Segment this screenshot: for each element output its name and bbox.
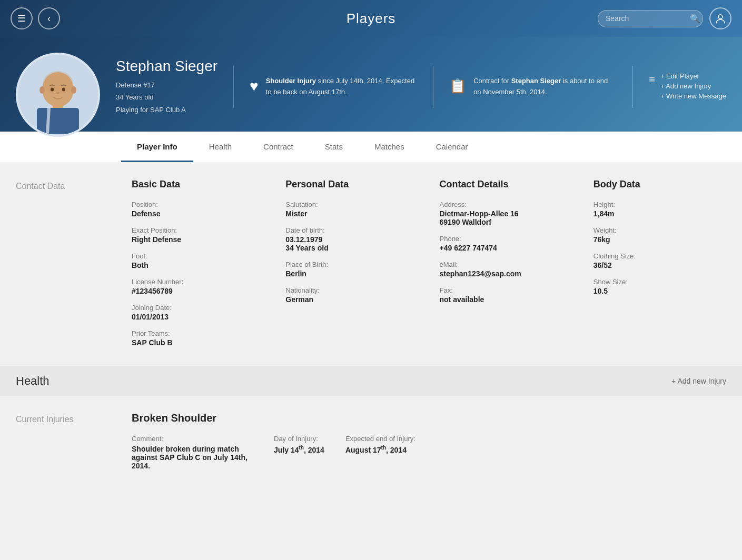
current-injuries-section: Current Injuries Broken Shoulder Comment… — [16, 412, 726, 470]
search-icon: 🔍 — [690, 14, 700, 24]
tab-player-info[interactable]: Player Info — [121, 133, 193, 162]
personal-data-title: Personal Data — [285, 179, 418, 190]
tab-matches[interactable]: Matches — [359, 133, 420, 162]
injury-fields: Comment: Shoulder broken during match ag… — [132, 435, 726, 470]
add-new-injury-button[interactable]: + Add new Injury — [671, 377, 726, 385]
body-data-title: Body Data — [593, 179, 726, 190]
field-weight: Weight: 76kg — [593, 226, 726, 244]
tab-stats[interactable]: Stats — [309, 133, 359, 162]
field-clothing: Clothing Size: 36/52 — [593, 252, 726, 269]
search-input[interactable] — [606, 14, 690, 23]
header-left-controls: ☰ ‹ — [11, 7, 60, 29]
personal-data-column: Personal Data Salutation: Mister Date of… — [285, 179, 418, 355]
field-position: Position: Defense — [132, 201, 264, 218]
field-exact-position: Exact Position: Right Defense — [132, 226, 264, 244]
player-avatar-img — [18, 55, 97, 134]
basic-data-column: Basic Data Position: Defense Exact Posit… — [132, 179, 264, 355]
field-height: Height: 1,84m — [593, 201, 726, 218]
divider-1 — [233, 66, 234, 108]
injury-banner-info: ♥ Shoulder Injury since July 14th, 2014.… — [250, 76, 417, 98]
player-name: Stephan Sieger — [116, 58, 217, 75]
injury-expected-field: Expected end of Injury: August 17th, 201… — [345, 435, 415, 470]
field-nationality: Nationality: German — [285, 286, 418, 304]
divider-2 — [433, 66, 433, 108]
injury-banner-text: Shoulder Injury since July 14th, 2014. E… — [266, 76, 417, 98]
player-banner: Stephan Sieger Defense #17 34 Years old … — [0, 37, 742, 132]
field-address: Address: Dietmar-Hopp-Allee 16 69190 Wal… — [440, 201, 572, 226]
player-club: Playing for SAP Club A — [116, 104, 217, 116]
svg-line-4 — [47, 108, 49, 134]
contract-icon: 📋 — [449, 78, 466, 94]
svg-rect-3 — [37, 108, 79, 134]
basic-data-title: Basic Data — [132, 179, 264, 190]
tab-calendar[interactable]: Calendar — [420, 133, 484, 162]
svg-point-7 — [43, 71, 73, 94]
tabs-nav: Player Info Health Contract Stats Matche… — [0, 132, 742, 163]
header-right-controls: 🔍 — [598, 7, 731, 29]
contact-data-label: Contact Data — [16, 179, 132, 355]
contract-banner-text: Contract for Stephan Sieger is about to … — [473, 76, 617, 98]
actions-panel: ≡ + Edit Player + Add new Injury + Write… — [649, 72, 726, 102]
field-phone: Phone: +49 6227 747474 — [440, 235, 572, 252]
body-data-column: Body Data Height: 1,84m Weight: 76kg Clo… — [593, 179, 726, 355]
menu-button[interactable]: ☰ — [11, 7, 33, 29]
svg-point-8 — [51, 88, 54, 92]
player-avatar — [16, 53, 100, 137]
field-prior-teams: Prior Teams: SAP Club B — [132, 329, 264, 347]
field-email: eMail: stephan1234@sap.com — [440, 261, 572, 278]
injury-detail: Broken Shoulder Comment: Shoulder broken… — [132, 412, 726, 470]
svg-point-10 — [39, 86, 45, 94]
field-pob: Place of Birth: Berlin — [285, 261, 418, 278]
edit-player-action[interactable]: + Edit Player — [660, 72, 726, 80]
data-columns: Basic Data Position: Defense Exact Posit… — [132, 179, 726, 355]
main-content: Contact Data Basic Data Position: Defens… — [0, 163, 742, 486]
player-age: 34 Years old — [116, 91, 217, 103]
contact-details-column: Contact Details Address: Dietmar-Hopp-Al… — [440, 179, 572, 355]
contact-details-title: Contact Details — [440, 179, 572, 190]
heart-icon: ♥ — [250, 78, 259, 95]
current-injuries-label: Current Injuries — [16, 412, 132, 470]
field-shoe: Show Size: 10.5 — [593, 278, 726, 295]
field-foot: Foot: Both — [132, 252, 264, 269]
svg-point-11 — [71, 86, 76, 94]
injury-name: Broken Shoulder — [132, 412, 726, 424]
field-joining: Joining Date: 01/01/2013 — [132, 304, 264, 321]
health-section-title: Health — [16, 374, 50, 388]
add-injury-action[interactable]: + Add new Injury — [660, 82, 726, 90]
user-avatar-button[interactable] — [709, 7, 731, 29]
field-dob: Date of birth: 03.12.1979 34 Years old — [285, 226, 418, 252]
health-section-header: Health + Add new Injury — [0, 366, 742, 396]
player-position: Defense #17 — [116, 79, 217, 91]
search-bar: 🔍 — [598, 10, 703, 27]
list-icon: ≡ — [649, 73, 655, 85]
injury-comment-field: Comment: Shoulder broken during match ag… — [132, 435, 253, 470]
contact-data-section: Contact Data Basic Data Position: Defens… — [16, 179, 726, 355]
tab-contract[interactable]: Contract — [248, 133, 309, 162]
page-title: Players — [347, 11, 396, 27]
field-license: License Number: #123456789 — [132, 278, 264, 295]
svg-point-9 — [62, 88, 65, 92]
field-salutation: Salutation: Mister — [285, 201, 418, 218]
contract-banner-info: 📋 Contract for Stephan Sieger is about t… — [449, 76, 617, 98]
svg-point-0 — [718, 15, 723, 19]
tab-health[interactable]: Health — [193, 133, 248, 162]
write-message-action[interactable]: + Write new Message — [660, 92, 726, 100]
injury-day-field: Day of Innjury: July 14th, 2014 — [274, 435, 324, 470]
app-header: ☰ ‹ Players 🔍 — [0, 0, 742, 37]
field-fax: Fax: not available — [440, 286, 572, 304]
divider-3 — [632, 66, 633, 108]
back-button[interactable]: ‹ — [38, 7, 60, 29]
player-info: Stephan Sieger Defense #17 34 Years old … — [116, 58, 217, 116]
actions-list: + Edit Player + Add new Injury + Write n… — [660, 72, 726, 102]
